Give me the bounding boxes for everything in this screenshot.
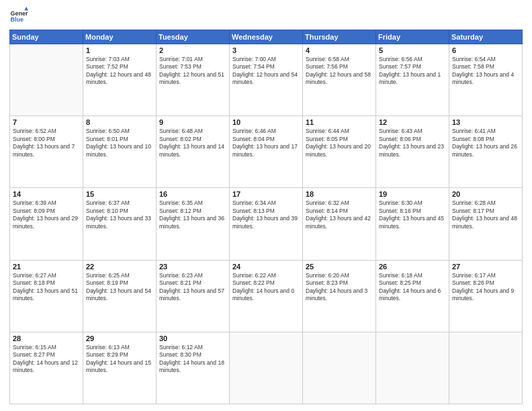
day-number: 1	[86, 46, 153, 54]
day-number: 10	[232, 118, 300, 126]
logo: General Blue	[9, 7, 28, 26]
day-number: 15	[86, 190, 153, 198]
calendar-cell: 24Sunrise: 6:22 AMSunset: 8:22 PMDayligh…	[230, 260, 303, 332]
calendar-week-row: 7Sunrise: 6:52 AMSunset: 8:00 PMDaylight…	[10, 116, 523, 188]
day-number: 16	[159, 190, 226, 198]
day-number: 13	[452, 118, 519, 126]
calendar-cell: 29Sunrise: 6:13 AMSunset: 8:29 PMDayligh…	[83, 332, 157, 404]
weekday-header: Tuesday	[157, 30, 230, 44]
calendar-cell: 16Sunrise: 6:35 AMSunset: 8:12 PMDayligh…	[157, 188, 230, 260]
calendar-cell	[376, 332, 449, 404]
day-info: Sunrise: 6:32 AMSunset: 8:14 PMDaylight:…	[306, 199, 373, 230]
day-info: Sunrise: 7:01 AMSunset: 7:53 PMDaylight:…	[159, 56, 226, 87]
calendar-cell: 26Sunrise: 6:18 AMSunset: 8:25 PMDayligh…	[376, 260, 449, 332]
day-number: 26	[379, 263, 446, 271]
day-info: Sunrise: 6:18 AMSunset: 8:25 PMDaylight:…	[379, 272, 446, 303]
day-number: 18	[306, 190, 373, 198]
day-number: 2	[159, 46, 226, 54]
calendar-week-row: 28Sunrise: 6:15 AMSunset: 8:27 PMDayligh…	[10, 332, 523, 404]
calendar-header: SundayMondayTuesdayWednesdayThursdayFrid…	[10, 30, 523, 44]
weekday-header: Monday	[83, 30, 157, 44]
calendar-cell: 8Sunrise: 6:50 AMSunset: 8:01 PMDaylight…	[83, 116, 157, 188]
calendar-week-row: 21Sunrise: 6:27 AMSunset: 8:18 PMDayligh…	[10, 260, 523, 332]
day-number: 27	[452, 263, 519, 271]
weekday-header: Friday	[376, 30, 449, 44]
calendar-cell	[449, 332, 523, 404]
calendar-cell: 25Sunrise: 6:20 AMSunset: 8:23 PMDayligh…	[303, 260, 376, 332]
day-number: 5	[379, 46, 446, 54]
day-info: Sunrise: 6:58 AMSunset: 7:56 PMDaylight:…	[306, 56, 373, 87]
day-info: Sunrise: 6:12 AMSunset: 8:30 PMDaylight:…	[159, 344, 226, 375]
day-number: 3	[232, 46, 300, 54]
day-number: 30	[159, 334, 226, 342]
weekday-header: Sunday	[10, 30, 83, 44]
day-number: 23	[159, 263, 226, 271]
calendar-cell: 9Sunrise: 6:48 AMSunset: 8:02 PMDaylight…	[157, 116, 230, 188]
day-info: Sunrise: 6:50 AMSunset: 8:01 PMDaylight:…	[86, 128, 153, 158]
day-number: 17	[232, 190, 300, 198]
day-info: Sunrise: 6:54 AMSunset: 7:58 PMDaylight:…	[452, 56, 519, 87]
day-number: 22	[86, 263, 153, 271]
svg-text:Blue: Blue	[10, 16, 24, 23]
calendar-cell: 7Sunrise: 6:52 AMSunset: 8:00 PMDaylight…	[10, 116, 83, 188]
calendar-cell: 13Sunrise: 6:41 AMSunset: 8:08 PMDayligh…	[449, 116, 523, 188]
day-number: 12	[379, 118, 446, 126]
day-info: Sunrise: 6:37 AMSunset: 8:10 PMDaylight:…	[86, 199, 153, 230]
day-number: 7	[13, 118, 80, 126]
calendar-cell: 17Sunrise: 6:34 AMSunset: 8:13 PMDayligh…	[230, 188, 303, 260]
calendar-cell: 5Sunrise: 6:56 AMSunset: 7:57 PMDaylight…	[376, 44, 449, 116]
calendar-cell: 23Sunrise: 6:23 AMSunset: 8:21 PMDayligh…	[157, 260, 230, 332]
calendar-cell: 27Sunrise: 6:17 AMSunset: 8:26 PMDayligh…	[449, 260, 523, 332]
calendar-week-row: 1Sunrise: 7:03 AMSunset: 7:52 PMDaylight…	[10, 44, 523, 116]
logo-icon: General Blue	[9, 7, 28, 26]
day-info: Sunrise: 6:30 AMSunset: 8:16 PMDaylight:…	[379, 199, 446, 230]
day-info: Sunrise: 6:13 AMSunset: 8:29 PMDaylight:…	[86, 344, 153, 375]
calendar-cell: 18Sunrise: 6:32 AMSunset: 8:14 PMDayligh…	[303, 188, 376, 260]
day-info: Sunrise: 6:17 AMSunset: 8:26 PMDaylight:…	[452, 272, 519, 303]
day-info: Sunrise: 6:23 AMSunset: 8:21 PMDaylight:…	[159, 272, 226, 303]
day-number: 19	[379, 190, 446, 198]
day-number: 21	[13, 263, 80, 271]
day-info: Sunrise: 6:28 AMSunset: 8:17 PMDaylight:…	[452, 199, 519, 230]
calendar-cell: 21Sunrise: 6:27 AMSunset: 8:18 PMDayligh…	[10, 260, 83, 332]
day-info: Sunrise: 6:22 AMSunset: 8:22 PMDaylight:…	[232, 272, 300, 303]
calendar-cell: 22Sunrise: 6:25 AMSunset: 8:19 PMDayligh…	[83, 260, 157, 332]
calendar-cell: 1Sunrise: 7:03 AMSunset: 7:52 PMDaylight…	[83, 44, 157, 116]
day-number: 9	[159, 118, 226, 126]
calendar-cell: 19Sunrise: 6:30 AMSunset: 8:16 PMDayligh…	[376, 188, 449, 260]
day-info: Sunrise: 6:39 AMSunset: 8:09 PMDaylight:…	[13, 199, 80, 230]
day-number: 28	[13, 334, 80, 342]
day-info: Sunrise: 6:44 AMSunset: 8:05 PMDaylight:…	[306, 128, 373, 158]
calendar-cell: 4Sunrise: 6:58 AMSunset: 7:56 PMDaylight…	[303, 44, 376, 116]
day-info: Sunrise: 6:27 AMSunset: 8:18 PMDaylight:…	[13, 272, 80, 303]
svg-marker-2	[24, 7, 28, 11]
page: General Blue SundayMondayTuesdayWednesda…	[0, 0, 532, 411]
day-number: 6	[452, 46, 519, 54]
day-info: Sunrise: 6:43 AMSunset: 8:06 PMDaylight:…	[379, 128, 446, 158]
calendar-cell: 12Sunrise: 6:43 AMSunset: 8:06 PMDayligh…	[376, 116, 449, 188]
day-number: 25	[306, 263, 373, 271]
day-number: 20	[452, 190, 519, 198]
calendar-table: SundayMondayTuesdayWednesdayThursdayFrid…	[9, 30, 523, 404]
day-number: 8	[86, 118, 153, 126]
day-info: Sunrise: 6:52 AMSunset: 8:00 PMDaylight:…	[13, 128, 80, 158]
calendar-cell	[303, 332, 376, 404]
day-number: 4	[306, 46, 373, 54]
header: General Blue	[9, 7, 523, 26]
day-number: 11	[306, 118, 373, 126]
weekday-row: SundayMondayTuesdayWednesdayThursdayFrid…	[10, 30, 523, 44]
day-info: Sunrise: 7:00 AMSunset: 7:54 PMDaylight:…	[232, 56, 300, 87]
day-info: Sunrise: 6:20 AMSunset: 8:23 PMDaylight:…	[306, 272, 373, 303]
calendar-cell: 14Sunrise: 6:39 AMSunset: 8:09 PMDayligh…	[10, 188, 83, 260]
day-number: 14	[13, 190, 80, 198]
day-number: 24	[232, 263, 300, 271]
calendar-cell: 2Sunrise: 7:01 AMSunset: 7:53 PMDaylight…	[157, 44, 230, 116]
weekday-header: Wednesday	[230, 30, 303, 44]
calendar-cell: 6Sunrise: 6:54 AMSunset: 7:58 PMDaylight…	[449, 44, 523, 116]
day-info: Sunrise: 6:25 AMSunset: 8:19 PMDaylight:…	[86, 272, 153, 303]
calendar-cell: 30Sunrise: 6:12 AMSunset: 8:30 PMDayligh…	[157, 332, 230, 404]
weekday-header: Thursday	[303, 30, 376, 44]
day-info: Sunrise: 6:41 AMSunset: 8:08 PMDaylight:…	[452, 128, 519, 158]
calendar-cell	[10, 44, 83, 116]
day-info: Sunrise: 6:34 AMSunset: 8:13 PMDaylight:…	[232, 199, 300, 230]
